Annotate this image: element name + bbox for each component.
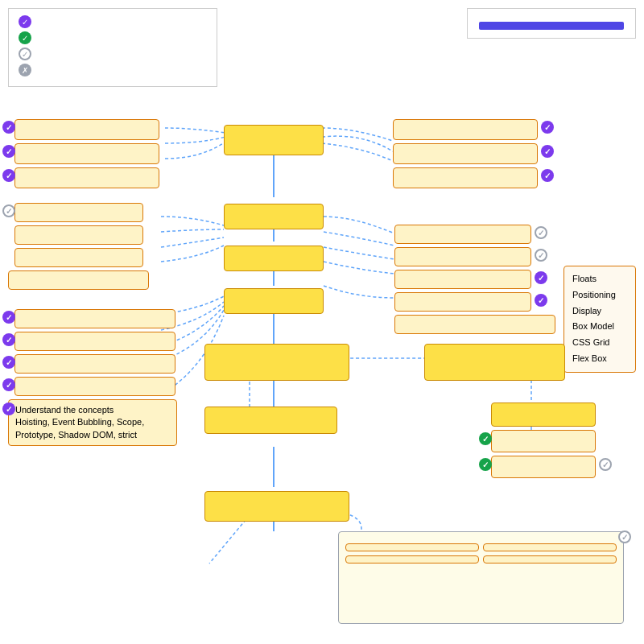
badge-internet-1: ✓ [2, 145, 15, 158]
internet-node [224, 125, 324, 155]
js-left-2 [14, 354, 175, 374]
vcs-node [204, 344, 349, 381]
bitbucket-node [491, 456, 596, 478]
html-node [224, 204, 324, 229]
badge-html-r3: ✓ [535, 294, 547, 307]
badge-html-r2: ✓ [535, 271, 547, 284]
html-right-0 [394, 225, 531, 244]
legend-icon-purple: ✓ [19, 15, 31, 28]
repo-node [424, 344, 565, 381]
legend-item-gray-fill: ✗ [19, 64, 207, 76]
security-item-0 [345, 543, 479, 551]
badge-js-3: ✓ [2, 378, 15, 391]
badge-bitbucket: ✓ [479, 458, 492, 471]
internet-left-0 [14, 119, 159, 140]
roadmap-url[interactable] [479, 22, 624, 30]
internet-left-1 [14, 143, 159, 164]
html-right-2 [394, 270, 531, 289]
badge-internet-r0: ✓ [541, 121, 554, 134]
badge-js-1: ✓ [2, 333, 15, 346]
git-node [204, 407, 337, 434]
js-left-1 [14, 332, 175, 351]
floats-item-2: Display [572, 303, 627, 320]
internet-right-2 [393, 167, 538, 188]
info-box [467, 8, 636, 39]
badge-html-r1: ✓ [535, 249, 547, 262]
css-node [224, 246, 324, 271]
badge-security-box: ✓ [618, 530, 631, 543]
legend-item-green: ✓ [19, 31, 207, 44]
js-left-3 [14, 377, 175, 396]
internet-right-0 [393, 119, 538, 140]
floats-item-3: Box Model [572, 319, 627, 335]
html-left-1 [14, 225, 143, 245]
html-left-2 [14, 248, 143, 267]
floats-item-1: Positioning [572, 287, 627, 303]
security-item-3 [483, 555, 617, 564]
badge-js-0: ✓ [2, 311, 15, 324]
badge-html-0: ✓ [2, 204, 15, 217]
html-right-3 [394, 292, 531, 312]
badge-gitlab: ✓ [479, 432, 492, 445]
legend: ✓ ✓ ✓ ✗ [8, 8, 217, 87]
floats-box: Floats Positioning Display Box Model CSS… [564, 266, 636, 373]
badge-html-r0: ✓ [535, 226, 547, 239]
floats-item-5: Flex Box [572, 351, 627, 367]
internet-right-1 [393, 143, 538, 164]
floats-item-0: Floats [572, 271, 627, 287]
html-left-0 [14, 203, 143, 222]
js-left-0 [14, 309, 175, 328]
js-multi: Understand the conceptsHoisting, Event B… [8, 399, 177, 446]
security-grid [345, 543, 617, 564]
legend-item-gray-outline: ✓ [19, 47, 207, 60]
js-node [224, 288, 324, 314]
github-node [491, 402, 596, 427]
html-left-3 [8, 270, 149, 290]
badge-js-2: ✓ [2, 356, 15, 369]
legend-icon-gray-fill: ✗ [19, 64, 31, 76]
badge-internet-r2: ✓ [541, 169, 554, 182]
security-subbox [338, 531, 624, 624]
html-right-1 [394, 247, 531, 266]
badge-bitbucket-gray: ✓ [599, 458, 612, 471]
legend-icon-gray-outline: ✓ [19, 47, 31, 60]
security-item-2 [345, 555, 479, 564]
html-right-4 [394, 315, 555, 334]
security-item-1 [483, 543, 617, 551]
badge-internet-r1: ✓ [541, 145, 554, 158]
gitlab-node [491, 430, 596, 452]
badge-js-multi: ✓ [2, 402, 15, 415]
badge-internet-2: ✓ [2, 169, 15, 182]
internet-left-2 [14, 167, 159, 188]
web-security-node [204, 491, 349, 522]
legend-icon-green: ✓ [19, 31, 31, 44]
legend-item-purple: ✓ [19, 15, 207, 28]
floats-item-4: CSS Grid [572, 335, 627, 351]
badge-internet-0: ✓ [2, 121, 15, 134]
